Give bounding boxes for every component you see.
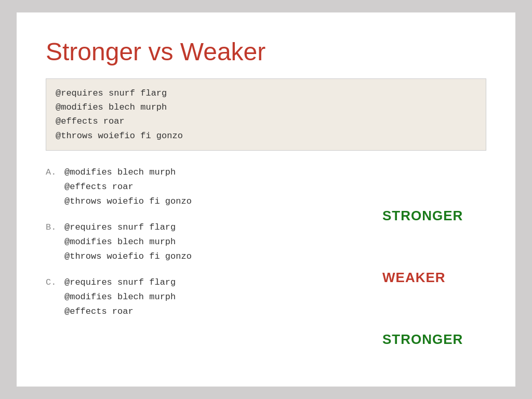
option-c-label: C. (46, 275, 64, 319)
option-a-line-2: @effects roar (64, 180, 372, 194)
option-b-text: @requires snurf flarg @modifies blech mu… (64, 220, 372, 264)
spacer-a (382, 165, 486, 208)
option-a-line-1: @modifies blech murph (64, 165, 372, 180)
code-block: @requires snurf flarg @modifies blech mu… (46, 78, 486, 151)
option-a-line-3: @throws woiefio fi gonzo (64, 194, 372, 209)
labels-column: STRONGER WEAKER STRONGER (372, 165, 486, 348)
option-b-line-2: @modifies blech murph (64, 235, 372, 249)
verdict-b: WEAKER (382, 270, 486, 286)
slide-title: Stronger vs Weaker (46, 37, 486, 66)
option-c-line-3: @effects roar (64, 304, 372, 319)
option-b-line-3: @throws woiefio fi gonzo (64, 249, 372, 264)
content-area: A. @modifies blech murph @effects roar @… (46, 165, 486, 348)
code-line-3: @effects roar (56, 114, 476, 128)
code-line-1: @requires snurf flarg (56, 86, 476, 100)
option-a-text: @modifies blech murph @effects roar @thr… (64, 165, 372, 209)
code-line-2: @modifies blech murph (56, 100, 476, 114)
code-line-4: @throws woiefio fi gonzo (56, 129, 476, 143)
option-a-label: A. (46, 165, 64, 209)
verdict-a: STRONGER (382, 208, 486, 224)
option-a: A. @modifies blech murph @effects roar @… (46, 165, 372, 209)
verdict-c: STRONGER (382, 331, 486, 348)
option-b-line-1: @requires snurf flarg (64, 220, 372, 235)
spacer-c (382, 286, 486, 331)
option-b-label: B. (46, 220, 64, 264)
spacer-b (382, 224, 486, 270)
option-c-text: @requires snurf flarg @modifies blech mu… (64, 275, 372, 319)
option-c-line-1: @requires snurf flarg (64, 275, 372, 290)
slide: Stronger vs Weaker @requires snurf flarg… (17, 12, 515, 387)
options-list: A. @modifies blech murph @effects roar @… (46, 165, 372, 330)
option-b: B. @requires snurf flarg @modifies blech… (46, 220, 372, 264)
option-c-line-2: @modifies blech murph (64, 290, 372, 304)
option-c: C. @requires snurf flarg @modifies blech… (46, 275, 372, 319)
